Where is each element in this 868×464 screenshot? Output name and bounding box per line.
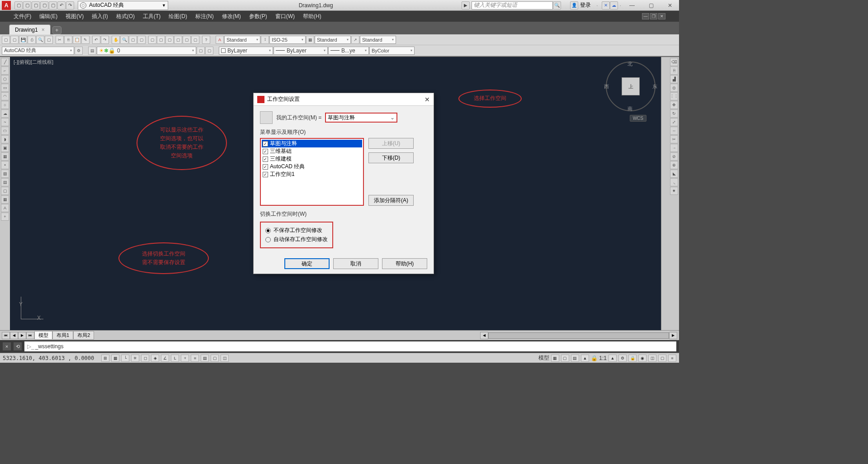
rotate-icon[interactable]: ↻ (670, 109, 678, 118)
doc-restore-icon[interactable]: ❐ (650, 13, 657, 19)
fillet-icon[interactable]: ◟ (670, 178, 678, 186)
help-button[interactable]: 帮助(H) (382, 258, 427, 269)
workspace-dd2[interactable]: AutoCAD 经典 (2, 47, 74, 55)
workspace-listbox[interactable]: ✓草图与注释 ✓三维基础 ✓三维建模 ✓AutoCAD 经典 ✓工作空间1 (260, 138, 364, 206)
exchange-icon[interactable]: ✕ (602, 1, 610, 9)
tb-markup-icon[interactable]: ▢ (183, 36, 191, 44)
move-down-button[interactable]: 下移(D) (368, 152, 414, 163)
scale-icon[interactable]: ⤢ (670, 118, 678, 126)
minimize-button[interactable]: — (623, 1, 641, 10)
rectangle-icon[interactable]: ▭ (1, 84, 9, 92)
cloud-icon[interactable]: ☁ (610, 1, 618, 9)
ellipse-icon[interactable]: ⬭ (1, 127, 9, 135)
status-anno-icon[interactable]: ▲ (581, 355, 589, 362)
point-icon[interactable]: • (1, 161, 9, 169)
login-link[interactable]: 登录 (580, 1, 591, 9)
scrollbar-vertical[interactable] (661, 57, 669, 330)
mleaderstyle-dropdown[interactable]: Standard (360, 36, 396, 44)
status-clean-icon[interactable]: ▢ (658, 355, 666, 362)
doc-min-icon[interactable]: — (642, 13, 649, 19)
doc-tab-drawing1[interactable]: Drawing1 × (9, 24, 51, 34)
tb-preview-icon[interactable]: 🔍 (36, 36, 44, 44)
tb-ssm-icon[interactable]: ▢ (174, 36, 182, 44)
tb-save-icon[interactable]: 💾 (19, 36, 27, 44)
extend-icon[interactable]: → (670, 144, 678, 152)
qat-save-icon[interactable]: ▢ (32, 1, 40, 9)
tab-last-icon[interactable]: ⏭ (26, 332, 34, 339)
tb-calc-icon[interactable]: ▢ (191, 36, 199, 44)
scrollbar-horizontal[interactable] (488, 332, 669, 339)
tab-prev-icon[interactable]: ◀ (10, 332, 18, 339)
tpy-icon[interactable]: ▤ (201, 355, 209, 362)
tablestyle-dropdown[interactable]: Standard (315, 36, 351, 44)
status-annoscale-icon[interactable]: ▲ (609, 355, 617, 362)
tab-model[interactable]: 模型 (34, 331, 52, 340)
addsel-icon[interactable]: + (1, 213, 9, 221)
tb-dimstyle-icon[interactable]: ⟟ (261, 36, 269, 44)
tb-props-icon[interactable]: ▢ (148, 36, 156, 44)
title-play-icon[interactable]: ▶ (462, 1, 470, 9)
menu-window[interactable]: 窗口(W) (275, 13, 295, 20)
status-ws-icon[interactable]: ⚙ (618, 355, 627, 362)
qat-saveas-icon[interactable]: ▢ (40, 1, 48, 9)
3dosnap-icon[interactable]: ◈ (151, 355, 159, 362)
copy-icon[interactable]: ⎘ (670, 66, 678, 75)
dialog-close-icon[interactable]: ✕ (425, 96, 430, 103)
scroll-right-icon[interactable]: ▶ (669, 332, 677, 339)
sc-icon[interactable]: ◫ (221, 355, 229, 362)
radio-dont-save[interactable]: 不保存工作空间修改 (265, 227, 328, 234)
tb-textstyle-icon[interactable]: A (216, 36, 224, 44)
erase-icon[interactable]: ⌫ (670, 58, 678, 66)
workspace-dropdown[interactable]: AutoCAD 经典 ▼ (78, 1, 168, 10)
status-hw-icon[interactable]: ◉ (638, 355, 646, 362)
qp-icon[interactable]: ▢ (211, 355, 219, 362)
status-coords[interactable]: 5323.1610, 403.6013 , 0.0000 (3, 355, 94, 361)
circle-icon[interactable]: ○ (1, 101, 9, 109)
status-lock-icon[interactable]: 🔒 (628, 355, 637, 362)
grid-icon[interactable]: ▦ (111, 355, 119, 362)
menu-help[interactable]: 帮助(H) (303, 13, 321, 20)
ducs-icon[interactable]: L (171, 355, 179, 362)
status-model[interactable]: 模型 (538, 354, 549, 362)
tab-next-icon[interactable]: ▶ (18, 332, 26, 339)
maximize-button[interactable]: ▢ (642, 1, 660, 10)
tab-first-icon[interactable]: ⏮ (2, 332, 10, 339)
chamfer-icon[interactable]: ◣ (670, 170, 678, 178)
menu-format[interactable]: 格式(O) (116, 13, 135, 20)
arc-icon[interactable]: ◠ (1, 92, 9, 100)
tb-undo-icon[interactable]: ↶ (92, 36, 100, 44)
otrack-icon[interactable]: ∠ (161, 355, 169, 362)
menu-insert[interactable]: 插入(I) (92, 13, 108, 20)
menu-file[interactable]: 文件(F) (14, 13, 31, 20)
ortho-icon[interactable]: └ (121, 355, 129, 362)
tb-tp-icon[interactable]: ▢ (165, 36, 174, 44)
gradient-icon[interactable]: ▤ (1, 178, 9, 186)
status-iso-icon[interactable]: ◫ (648, 355, 656, 362)
tb-print-icon[interactable]: ⎙ (28, 36, 36, 44)
move-icon[interactable]: ✥ (670, 101, 678, 109)
menu-tools[interactable]: 工具(T) (143, 13, 160, 20)
doc-tab-close-icon[interactable]: × (42, 27, 45, 33)
textstyle-dropdown[interactable]: Standard (224, 36, 260, 44)
tb-redo-icon[interactable]: ↷ (101, 36, 109, 44)
tb-open-icon[interactable]: ▢ (10, 36, 19, 44)
ok-button[interactable]: 确定 (284, 258, 330, 269)
qat-undo-icon[interactable]: ↶ (57, 1, 66, 9)
menu-draw[interactable]: 绘图(D) (169, 13, 187, 20)
dialog-titlebar[interactable]: 工作空间设置 ✕ (254, 93, 434, 106)
my-workspace-dropdown[interactable]: 草图与注释 (325, 113, 397, 123)
color-dropdown[interactable]: ByLayer (219, 47, 273, 55)
hatch-icon[interactable]: ▨ (1, 170, 9, 178)
viewcube-west[interactable]: 西 (604, 83, 609, 90)
array-icon[interactable]: ⋮⋮ (670, 92, 678, 100)
checkbox-icon[interactable]: ✓ (263, 172, 268, 177)
offset-icon[interactable]: ◎ (670, 84, 678, 92)
tb-help-icon[interactable]: ? (202, 36, 210, 44)
text-icon[interactable]: A (1, 204, 9, 212)
checkbox-icon[interactable]: ✓ (263, 156, 268, 162)
checkbox-icon[interactable]: ✓ (263, 141, 268, 147)
qat-new-icon[interactable]: ▢ (14, 1, 23, 9)
osnap-icon[interactable]: ◻ (141, 355, 149, 362)
spline-icon[interactable]: ~ (1, 118, 9, 126)
polar-icon[interactable]: ✳ (131, 355, 139, 362)
